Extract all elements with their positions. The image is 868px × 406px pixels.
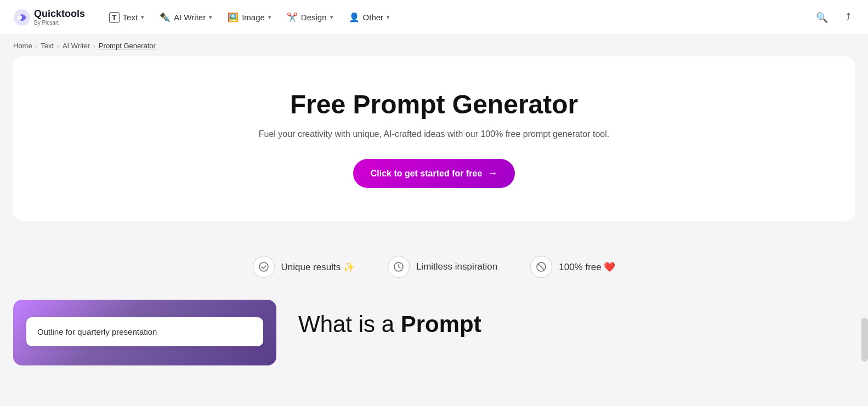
logo-icon (13, 9, 31, 26)
navbar: Quicktools By Picsart T Text ▾ ✒️ AI Wri… (0, 0, 868, 35)
ai-writer-icon: ✒️ (160, 12, 171, 22)
search-button[interactable]: 🔍 (812, 7, 832, 28)
logo-link[interactable]: Quicktools By Picsart (13, 9, 85, 26)
what-is-title: What is a Prompt (298, 311, 855, 338)
breadcrumb-text[interactable]: Text (41, 42, 54, 50)
nav-item-design[interactable]: ✂️ Design ▾ (280, 8, 340, 27)
unique-results-icon (253, 256, 275, 278)
bottom-section: Outline for quarterly presentation What … (0, 300, 868, 365)
hero-section: Free Prompt Generator Fuel your creativi… (13, 56, 855, 221)
free-label: 100% free ❤️ (559, 261, 615, 273)
svg-point-2 (259, 262, 268, 271)
breadcrumb: Home › Text › AI Writer › Prompt Generat… (0, 35, 868, 56)
prompt-input-display[interactable]: Outline for quarterly presentation (26, 317, 263, 346)
nav-text-label: Text (123, 13, 138, 22)
hero-subtitle: Fuel your creativity with unique, AI-cra… (35, 129, 833, 139)
nav-item-ai-writer[interactable]: ✒️ AI Writer ▾ (153, 8, 219, 27)
limitless-inspiration-icon (388, 256, 410, 278)
nav-item-image[interactable]: 🖼️ Image ▾ (221, 8, 278, 27)
nav-right: 🔍 ⤴ (812, 7, 855, 28)
breadcrumb-sep-1: › (36, 43, 38, 49)
what-is-bold: Prompt (401, 311, 481, 337)
nav-items: T Text ▾ ✒️ AI Writer ▾ 🖼️ Image ▾ ✂️ De… (103, 8, 807, 27)
nav-item-other[interactable]: 👤 Other ▾ (342, 8, 397, 27)
nav-design-label: Design (301, 13, 327, 22)
hero-title: Free Prompt Generator (35, 89, 833, 119)
breadcrumb-prompt-generator: Prompt Generator (99, 42, 156, 50)
text-icon: T (109, 12, 120, 23)
breadcrumb-sep-2: › (57, 43, 59, 49)
other-icon: 👤 (349, 12, 360, 22)
what-is-plain: What is a (298, 311, 401, 337)
breadcrumb-ai-writer[interactable]: AI Writer (63, 42, 90, 50)
feature-unique-results: Unique results ✨ (253, 256, 355, 278)
breadcrumb-sep-3: › (93, 43, 95, 49)
nav-ai-writer-label: AI Writer (174, 13, 206, 22)
logo-name: Quicktools (34, 9, 85, 20)
design-chevron-icon: ▾ (330, 14, 333, 21)
cta-label: Click to get started for free (371, 169, 483, 179)
logo-sub: By Picsart (34, 20, 85, 26)
svg-line-5 (538, 264, 544, 270)
nav-item-text[interactable]: T Text ▾ (103, 8, 151, 27)
feature-limitless-inspiration: Limitless inspiration (388, 256, 497, 278)
scrollbar[interactable] (861, 318, 868, 362)
unique-results-label: Unique results ✨ (281, 261, 355, 273)
feature-free: 100% free ❤️ (530, 256, 615, 278)
breadcrumb-home[interactable]: Home (13, 42, 32, 50)
other-chevron-icon: ▾ (387, 14, 390, 21)
prompt-input-text: Outline for quarterly presentation (37, 327, 157, 336)
cta-arrow-icon: → (487, 168, 497, 179)
share-button[interactable]: ⤴ (841, 7, 855, 27)
ai-writer-chevron-icon: ▾ (209, 14, 212, 21)
svg-point-1 (18, 15, 22, 20)
features-row: Unique results ✨ Limitless inspiration 1… (0, 234, 868, 300)
cta-button[interactable]: Click to get started for free → (353, 159, 515, 188)
bottom-left: Outline for quarterly presentation (13, 300, 276, 365)
nav-other-label: Other (363, 13, 384, 22)
nav-image-label: Image (242, 13, 265, 22)
search-icon: 🔍 (816, 12, 828, 23)
bottom-right: What is a Prompt (298, 300, 855, 338)
free-icon (530, 256, 552, 278)
design-icon: ✂️ (287, 12, 298, 22)
share-icon: ⤴ (846, 12, 850, 22)
gradient-card: Outline for quarterly presentation (13, 300, 276, 365)
image-icon: 🖼️ (228, 12, 239, 22)
text-chevron-icon: ▾ (141, 14, 144, 21)
limitless-inspiration-label: Limitless inspiration (416, 261, 497, 272)
image-chevron-icon: ▾ (268, 14, 271, 21)
